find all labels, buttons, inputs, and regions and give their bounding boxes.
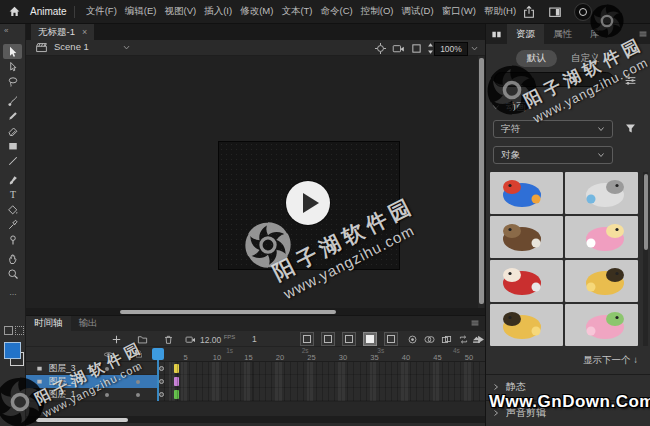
asset-thumbnail-snail[interactable] [565, 216, 638, 258]
line-tool[interactable] [3, 153, 22, 168]
tab-default[interactable]: 默认 [516, 50, 557, 67]
center-stage-icon[interactable] [374, 42, 387, 55]
text-tool[interactable]: T [3, 187, 22, 202]
new-folder-button[interactable] [136, 333, 149, 346]
menu-item-0[interactable]: 文件(F) [83, 5, 120, 18]
scene-name[interactable]: Scene 1 [54, 41, 89, 52]
loop-playback-button[interactable] [457, 333, 470, 346]
delete-layer-button[interactable] [162, 333, 175, 346]
assets-scrollbar[interactable] [643, 172, 648, 346]
zoom-tool[interactable] [3, 266, 22, 281]
menu-item-8[interactable]: 调试(D) [398, 5, 436, 18]
stage-pasteboard[interactable] [26, 56, 485, 315]
layer-name-cell[interactable]: 图层_1 [26, 388, 158, 401]
menu-item-6[interactable]: 命令(C) [318, 5, 356, 18]
asset-thumbnail-skeleton-character[interactable] [565, 172, 638, 214]
current-frame-value[interactable]: 1 [252, 334, 257, 344]
camera-icon[interactable] [392, 42, 405, 55]
asset-warp-tool[interactable] [3, 232, 22, 247]
paint-brush-tool[interactable] [3, 172, 22, 187]
stage-horizontal-scrollbar[interactable] [26, 308, 485, 315]
panel-menu-icon[interactable] [470, 318, 480, 328]
playhead[interactable] [152, 348, 164, 360]
layer-lock-dot[interactable] [136, 380, 140, 384]
filter-options-icon[interactable] [624, 74, 637, 87]
rectangle-tool[interactable] [3, 138, 22, 153]
auto-keyframe-toggle[interactable] [363, 332, 377, 346]
layer-frames-track[interactable] [158, 375, 485, 388]
close-tab-icon[interactable]: × [82, 27, 87, 37]
eraser-tool[interactable] [3, 123, 22, 138]
classic-brush-tool[interactable] [3, 108, 22, 123]
create-blank-keyframe-toggle[interactable] [321, 332, 335, 346]
section-animated[interactable]: 动画 [492, 100, 526, 114]
frame-rate-value[interactable]: 12.00 FPS [200, 334, 235, 345]
horizontal-scroll-thumb[interactable] [120, 310, 336, 314]
asset-thumbnail-running-wolf[interactable] [490, 216, 563, 258]
menu-item-5[interactable]: 文本(T) [278, 5, 315, 18]
layer-lock-dot[interactable] [136, 367, 140, 371]
document-tab[interactable]: 无标题-1 × [31, 24, 94, 40]
panel-tab-0[interactable]: 资源 [507, 24, 544, 44]
fill-color-swatch[interactable] [4, 342, 21, 359]
swap-colors-icon[interactable] [15, 326, 24, 335]
layer-lock-icon[interactable] [134, 349, 144, 359]
character-filter-dropdown[interactable]: 字符 [493, 120, 613, 138]
layer-name-cell[interactable]: 图层_2 [26, 375, 158, 388]
section-static[interactable]: 静态 [492, 380, 526, 394]
app-name[interactable]: Animate [30, 6, 67, 17]
onion-skin-button[interactable] [406, 333, 419, 346]
delete-keyframe-toggle[interactable] [384, 332, 398, 346]
timeline-scroll-thumb[interactable] [36, 418, 128, 422]
keyframe-dot[interactable] [159, 366, 164, 371]
layer-frames-track[interactable] [158, 388, 485, 401]
panel-menu-icon[interactable] [638, 29, 648, 39]
home-icon[interactable] [8, 5, 21, 18]
menu-item-9[interactable]: 窗口(W) [439, 5, 479, 18]
add-camera-button[interactable] [184, 333, 197, 346]
app-circle-button[interactable] [574, 3, 592, 21]
zoom-level-input[interactable]: 100% [434, 42, 468, 56]
workspace-icon[interactable] [548, 5, 562, 19]
keyframe-dot[interactable] [159, 379, 164, 384]
create-keyframe-toggle[interactable] [300, 332, 314, 346]
eyedropper-tool[interactable] [3, 217, 22, 232]
show-next-link[interactable]: 显示下一个 ↓ [583, 354, 638, 367]
play-overlay-button[interactable] [286, 181, 330, 225]
stroke-color-icon[interactable] [4, 326, 13, 335]
panel-tab-2[interactable]: 库 [581, 24, 609, 44]
hand-tool[interactable] [3, 251, 22, 266]
timeline-tab-1[interactable]: 输出 [71, 316, 106, 331]
timeline-ruler[interactable]: 1s2s3s4s5101520253035404550 [26, 347, 485, 362]
onion-skin-outlines-button[interactable] [423, 333, 436, 346]
layer-visibility-eye-icon[interactable] [103, 349, 114, 360]
funnel-filter-icon[interactable] [624, 122, 637, 135]
assets-scroll-thumb[interactable] [644, 174, 648, 250]
asset-thumbnail-flying-parrot[interactable] [490, 172, 563, 214]
asset-thumbnail-santa-claus[interactable] [490, 260, 563, 302]
scene-chevron-down-icon[interactable] [122, 43, 131, 52]
clip-content-icon[interactable] [410, 42, 423, 55]
property-keyframe-toggle[interactable] [342, 332, 356, 346]
menu-item-10[interactable]: 帮助(H) [481, 5, 519, 18]
menu-item-7[interactable]: 控制(O) [358, 5, 397, 18]
paint-bucket-tool[interactable] [3, 202, 22, 217]
asset-thumbnail-pig-with-sprout[interactable] [565, 304, 638, 346]
layer-frames-track[interactable] [158, 362, 485, 375]
asset-thumbnail-cartoon-dog-sitting[interactable] [490, 304, 563, 346]
stage-vertical-scrollbar[interactable] [478, 56, 484, 309]
keyframe-dot[interactable] [159, 392, 164, 397]
collapse-timeline-button[interactable] [470, 333, 483, 346]
assets-search-input[interactable] [494, 72, 614, 87]
section-sound[interactable]: 声音剪辑 [492, 406, 546, 420]
zoom-chevron-down-icon[interactable] [470, 44, 479, 53]
tab-custom[interactable]: 自定义 [571, 52, 600, 65]
fluid-brush-tool[interactable] [3, 93, 22, 108]
timeline-tab-0[interactable]: 时间轴 [26, 316, 71, 331]
share-icon[interactable] [522, 5, 536, 19]
layer-name-cell[interactable]: 图层_3 [26, 362, 158, 375]
lasso-tool[interactable] [3, 74, 22, 89]
more-tools-tool[interactable]: … [3, 285, 22, 300]
panel-group-icon[interactable] [491, 29, 502, 40]
layer-visible-dot[interactable] [105, 367, 109, 371]
